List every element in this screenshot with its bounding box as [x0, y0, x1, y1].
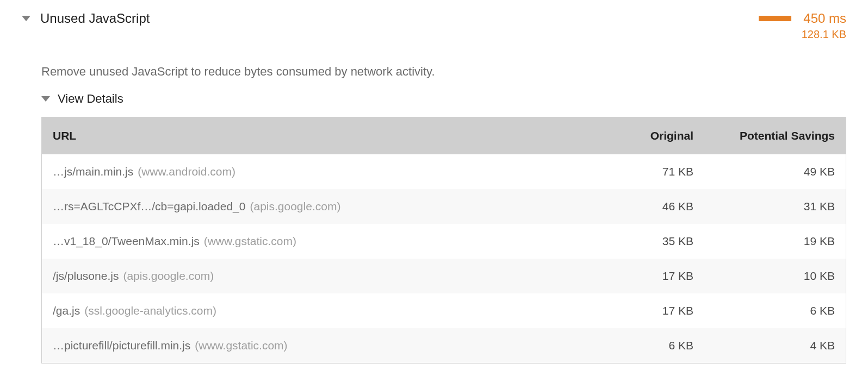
cell-savings: 19 KB	[693, 235, 835, 248]
cell-url: …picturefill/picturefill.min.js(www.gsta…	[53, 339, 585, 352]
savings-bar-icon	[759, 16, 791, 21]
audit-title: Unused JavaScript	[40, 11, 150, 26]
header-original: Original	[585, 129, 693, 142]
url-domain: (www.gstatic.com)	[195, 339, 287, 352]
details-toggle[interactable]: View Details	[41, 92, 846, 106]
audit-header: Unused JavaScript 450 ms 128.1 KB	[22, 11, 846, 41]
cell-url: …rs=AGLTcCPXf…/cb=gapi.loaded_0(apis.goo…	[53, 200, 585, 213]
table-header-row: URL Original Potential Savings	[42, 117, 846, 154]
cell-url: /ga.js(ssl.google-analytics.com)	[53, 304, 585, 317]
audit-description: Remove unused JavaScript to reduce bytes…	[41, 65, 846, 79]
cell-original: 35 KB	[585, 235, 693, 248]
cell-savings: 49 KB	[693, 165, 835, 178]
cell-original: 71 KB	[585, 165, 693, 178]
cell-url: /js/plusone.js(apis.google.com)	[53, 270, 585, 283]
cell-savings: 4 KB	[693, 339, 835, 352]
cell-original: 6 KB	[585, 339, 693, 352]
cell-savings: 10 KB	[693, 270, 835, 283]
url-domain: (www.android.com)	[138, 165, 235, 178]
collapse-details-icon	[41, 96, 50, 102]
url-path: /js/plusone.js	[53, 270, 119, 282]
header-savings: Potential Savings	[693, 129, 835, 142]
table-row[interactable]: /js/plusone.js(apis.google.com)17 KB10 K…	[42, 259, 846, 293]
cell-url: …v1_18_0/TweenMax.min.js(www.gstatic.com…	[53, 235, 585, 248]
table-row[interactable]: …js/main.min.js(www.android.com)71 KB49 …	[42, 154, 846, 189]
table-row[interactable]: …picturefill/picturefill.min.js(www.gsta…	[42, 328, 846, 363]
audit-header-left: Unused JavaScript	[22, 11, 150, 26]
url-path: …rs=AGLTcCPXf…/cb=gapi.loaded_0	[53, 200, 245, 212]
header-url: URL	[53, 129, 585, 142]
details-label: View Details	[58, 92, 123, 106]
table-body: …js/main.min.js(www.android.com)71 KB49 …	[42, 154, 846, 363]
cell-savings: 31 KB	[693, 200, 835, 213]
table-row[interactable]: …v1_18_0/TweenMax.min.js(www.gstatic.com…	[42, 224, 846, 259]
table-row[interactable]: …rs=AGLTcCPXf…/cb=gapi.loaded_0(apis.goo…	[42, 189, 846, 224]
url-domain: (apis.google.com)	[250, 200, 340, 212]
cell-savings: 6 KB	[693, 304, 835, 317]
savings-size: 128.1 KB	[802, 28, 846, 41]
savings-time: 450 ms	[803, 11, 846, 26]
cell-original: 46 KB	[585, 200, 693, 213]
cell-original: 17 KB	[585, 270, 693, 283]
details-table: URL Original Potential Savings …js/main.…	[41, 117, 846, 364]
details-section: View Details URL Original Potential Savi…	[41, 92, 846, 364]
audit-header-right: 450 ms 128.1 KB	[759, 11, 846, 41]
url-path: …picturefill/picturefill.min.js	[53, 339, 190, 352]
savings-summary-row: 450 ms	[759, 11, 846, 26]
url-domain: (apis.google.com)	[123, 270, 214, 282]
table-row[interactable]: /ga.js(ssl.google-analytics.com)17 KB6 K…	[42, 293, 846, 328]
cell-original: 17 KB	[585, 304, 693, 317]
url-path: /ga.js	[53, 304, 80, 317]
collapse-audit-icon[interactable]	[22, 16, 30, 21]
url-path: …js/main.min.js	[53, 165, 133, 178]
url-domain: (www.gstatic.com)	[204, 235, 296, 247]
url-path: …v1_18_0/TweenMax.min.js	[53, 235, 200, 247]
url-domain: (ssl.google-analytics.com)	[84, 304, 216, 317]
cell-url: …js/main.min.js(www.android.com)	[53, 165, 585, 178]
